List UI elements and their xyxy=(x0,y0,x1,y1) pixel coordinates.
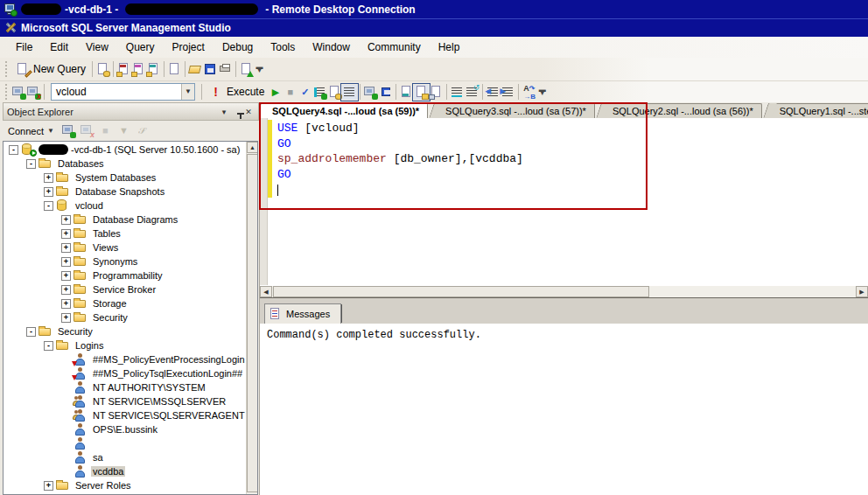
tree-item-database-diagrams[interactable]: +Database Diagrams xyxy=(4,213,246,227)
tree-expander[interactable]: + xyxy=(61,229,71,239)
database-engine-query-icon[interactable] xyxy=(95,62,110,77)
new-query-button[interactable]: New Query xyxy=(11,60,89,79)
tab-sqlquery2-sql[interactable]: SQLQuery2.sql -...loud (sa (56))* xyxy=(601,103,762,118)
tree-item-security[interactable]: -Security xyxy=(4,324,246,338)
disconnect-icon[interactable]: x xyxy=(26,85,41,100)
code-line-4[interactable]: GO xyxy=(277,167,523,183)
specify-values-icon[interactable]: A↷→B xyxy=(522,85,536,100)
tree-expander[interactable]: + xyxy=(44,173,53,183)
menu-item-edit[interactable]: Edit xyxy=(41,38,77,56)
activity-monitor-icon[interactable] xyxy=(239,62,254,77)
scrollbar-thumb[interactable] xyxy=(247,154,258,492)
menu-item-window[interactable]: Window xyxy=(304,38,359,56)
open-file-icon[interactable] xyxy=(188,62,203,77)
tree-item-service-broker[interactable]: +Service Broker xyxy=(4,282,246,296)
scroll-right-arrow[interactable]: ▶ xyxy=(856,286,868,297)
tree-expander[interactable]: - xyxy=(26,327,36,337)
toolbar-overflow-button[interactable]: ▬▾ xyxy=(254,60,265,78)
tree-expander[interactable]: + xyxy=(61,215,71,225)
menu-item-view[interactable]: View xyxy=(77,38,117,56)
tree-item-database-snapshots[interactable]: +Database Snapshots xyxy=(4,185,246,199)
menu-item-query[interactable]: Query xyxy=(117,38,164,56)
tree-expander[interactable]: - xyxy=(44,341,53,351)
menu-item-tools[interactable]: Tools xyxy=(262,38,304,56)
tree-item-system-databases[interactable]: +System Databases xyxy=(4,171,246,185)
menu-item-help[interactable]: Help xyxy=(430,38,469,56)
tree-expander[interactable]: + xyxy=(44,187,53,197)
menu-item-debug[interactable]: Debug xyxy=(214,38,262,56)
tree-item-tables[interactable]: +Tables xyxy=(4,227,246,241)
tree-item-views[interactable]: +Views xyxy=(4,241,246,254)
tree-item-server-roles[interactable]: +Server Roles xyxy=(4,478,246,492)
change-connection-icon[interactable] xyxy=(11,85,26,100)
tree-item-sa[interactable]: sa xyxy=(4,450,246,464)
tree-item-logins[interactable]: -Logins xyxy=(4,338,246,352)
code-line-2[interactable]: GO xyxy=(277,136,523,152)
tree-expander[interactable]: + xyxy=(61,313,71,323)
tree-scrollbar[interactable]: ▲ xyxy=(246,142,257,494)
tree-item-vcddba[interactable]: vcddba xyxy=(4,464,246,478)
specify-template-values-icon[interactable] xyxy=(342,85,357,100)
tree-expander[interactable]: - xyxy=(44,201,53,211)
toolbar-grip[interactable] xyxy=(4,61,9,77)
connect-button[interactable]: Connect ▼ xyxy=(4,124,58,138)
messages-tab[interactable]: Messages xyxy=(264,303,341,324)
tab-sqlquery4-sql[interactable]: SQLQuery4.sql -...loud (sa (59))* xyxy=(261,103,428,118)
increase-indent-icon[interactable]: ▶ xyxy=(500,85,515,100)
include-actual-plan-icon[interactable] xyxy=(363,85,378,100)
results-to-file-icon[interactable] xyxy=(429,85,444,100)
tree-item-ops-e-bussink[interactable]: OPS\E.bussink xyxy=(4,422,246,436)
toolbar-overflow-button[interactable]: ▬▾ xyxy=(536,83,548,101)
editor-horizontal-scrollbar[interactable]: ◀ ▶ xyxy=(260,285,868,297)
scroll-up-arrow[interactable]: ▲ xyxy=(247,142,258,153)
tree-expander[interactable]: + xyxy=(61,299,71,309)
decrease-indent-icon[interactable]: ◀ xyxy=(486,85,500,100)
include-client-statistics-icon[interactable] xyxy=(378,85,393,100)
xmla-query-icon[interactable] xyxy=(146,62,161,77)
uncomment-lines-icon[interactable]: ↺ xyxy=(465,85,480,100)
tree-expander[interactable]: + xyxy=(61,285,71,295)
tree-item-ms-policytsqlexecutionlogin[interactable]: ##MS_PolicyTsqlExecutionLogin## xyxy=(4,366,246,380)
tree-item-nt-service-sqlserveragent[interactable]: NT SERVICE\SQLSERVERAGENT xyxy=(4,408,246,422)
sql-code[interactable]: USE [vcloud]GOsp_addrolemember [db_owner… xyxy=(277,121,523,198)
tree-item-item[interactable]: + xyxy=(4,492,246,494)
tree-item-security[interactable]: +Security xyxy=(4,310,246,324)
tab-sqlquery3-sql[interactable]: SQLQuery3.sql -...loud (sa (57))* xyxy=(434,103,595,118)
tree-item-ms-policyeventprocessinglogin[interactable]: ##MS_PolicyEventProcessingLogin xyxy=(4,352,246,366)
dmx-query-icon[interactable] xyxy=(131,62,146,77)
toolbar-grip[interactable] xyxy=(4,84,9,100)
tree-item-databases[interactable]: -Databases xyxy=(4,157,246,171)
tree-item-synonyms[interactable]: +Synonyms xyxy=(4,254,246,268)
tree-expander[interactable]: + xyxy=(61,243,71,253)
query-designer-icon[interactable] xyxy=(327,85,342,100)
results-to-text-icon[interactable] xyxy=(399,85,414,100)
tree-item-storage[interactable]: +Storage xyxy=(4,296,246,310)
scrollbar-thumb[interactable] xyxy=(273,286,649,297)
available-databases-combobox[interactable]: vcloud ▼ xyxy=(51,83,195,101)
debug-play-icon[interactable]: ▶ xyxy=(268,85,283,100)
new-document-icon[interactable] xyxy=(167,62,182,77)
code-line-3[interactable]: sp_addrolemember [db_owner],[vcddba] xyxy=(277,151,523,167)
window-position-icon[interactable]: ▾ xyxy=(218,108,230,116)
combobox-dropdown-arrow[interactable]: ▼ xyxy=(181,84,194,100)
display-estimated-plan-icon[interactable] xyxy=(312,85,327,100)
comment-lines-icon[interactable] xyxy=(450,85,465,100)
menu-item-community[interactable]: Community xyxy=(359,38,430,56)
tree-item-vcd-db-1-sql-server-10-50-1600-sa[interactable]: --vcd-db-1 (SQL Server 10.50.1600 - sa) xyxy=(4,143,246,157)
execute-button[interactable]: ! Execute xyxy=(205,83,268,101)
tree-item-item[interactable] xyxy=(4,436,246,450)
save-icon[interactable] xyxy=(203,62,218,77)
tree-expander[interactable]: + xyxy=(61,257,71,267)
mdx-query-icon[interactable] xyxy=(116,62,131,77)
tree-item-nt-service-mssqlserver[interactable]: NT SERVICE\MSSQLSERVER xyxy=(4,394,246,408)
menu-item-file[interactable]: File xyxy=(7,38,41,56)
tree-expander[interactable]: + xyxy=(44,481,53,491)
sql-editor[interactable]: USE [vcloud]GOsp_addrolemember [db_owner… xyxy=(260,118,868,285)
tree-item-programmability[interactable]: +Programmability xyxy=(4,268,246,282)
menu-item-project[interactable]: Project xyxy=(164,38,214,56)
code-line-1[interactable]: USE [vcloud] xyxy=(277,121,523,136)
parse-icon[interactable]: ✓ xyxy=(298,85,312,100)
code-line-5[interactable] xyxy=(277,182,523,198)
print-icon[interactable] xyxy=(218,62,233,77)
results-to-grid-icon[interactable] xyxy=(414,85,429,100)
